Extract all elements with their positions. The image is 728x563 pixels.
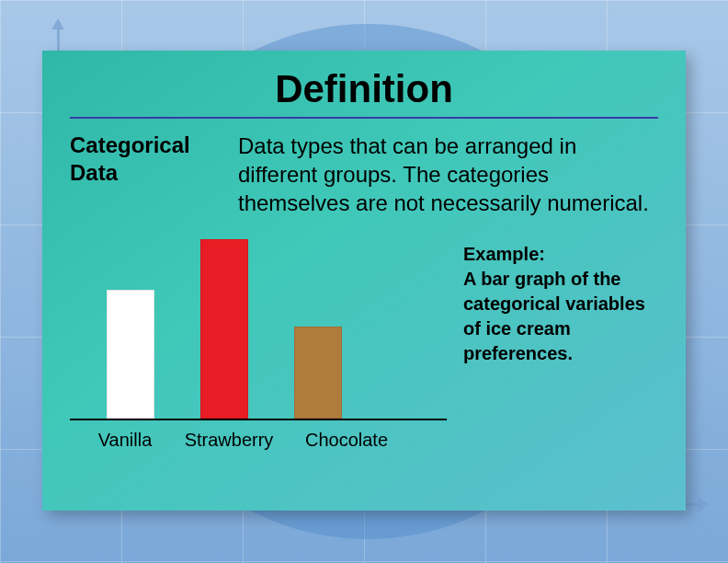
bar-chart: Vanilla Strawberry Chocolate — [70, 236, 447, 451]
term-label: Categorical Data — [70, 132, 222, 218]
definition-card: Definition Categorical Data Data types t… — [42, 51, 686, 511]
example-text: Example: A bar graph of the categorical … — [463, 236, 658, 451]
definition-row: Categorical Data Data types that can be … — [70, 132, 658, 218]
lower-section: Vanilla Strawberry Chocolate Example: A … — [70, 236, 658, 451]
divider — [70, 117, 658, 119]
label-strawberry: Strawberry — [178, 430, 279, 451]
label-vanilla: Vanilla — [88, 430, 162, 451]
bar-chocolate — [294, 327, 342, 419]
bars-container — [70, 236, 447, 420]
term-description: Data types that can be arranged in diffe… — [238, 132, 658, 218]
bar-vanilla — [107, 290, 154, 419]
label-chocolate: Chocolate — [296, 430, 397, 451]
bar-strawberry — [200, 239, 248, 419]
card-title: Definition — [70, 67, 658, 111]
bar-labels: Vanilla Strawberry Chocolate — [70, 420, 447, 451]
